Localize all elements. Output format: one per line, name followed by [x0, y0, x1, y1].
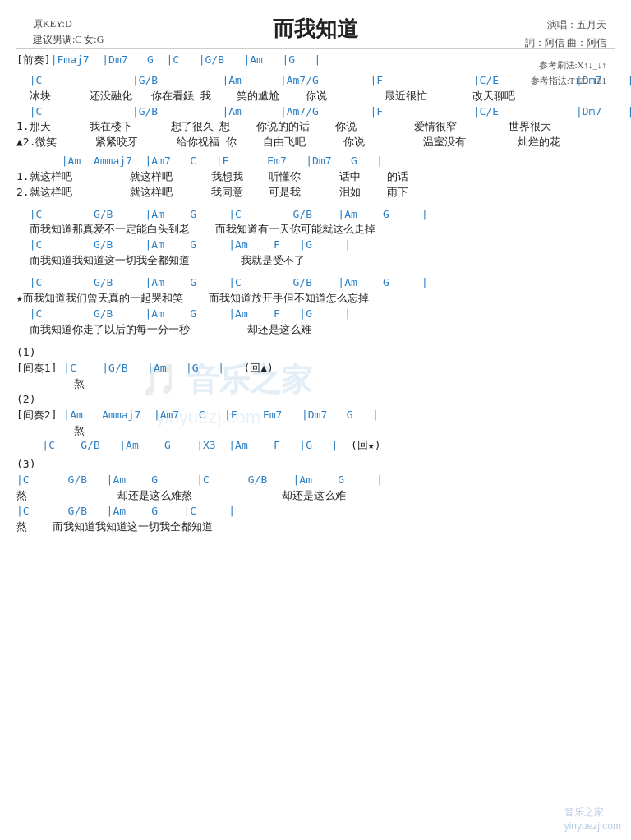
interlude1-num: (1): [16, 345, 615, 361]
footer-logo: 音乐之家 yinyuezj.com: [564, 805, 621, 832]
section3-lyric1: 熬 却还是这么难熬 却还是这么难: [16, 488, 615, 504]
header-area: 原KEY:D 建议男调:C 女:G 而我知道 演唱：五月天 詞：阿信 曲：阿信 …: [16, 15, 615, 44]
verse1-chord2: |C |G/B |Am |Am7/G |F |C/E |Dm7 |G |: [16, 104, 615, 120]
interlude2-num: (2): [16, 392, 615, 408]
interlude2-section: (2) [间奏2] |Am Ammaj7 |Am7 C |F Em7 |Dm7 …: [16, 392, 615, 454]
suggestion: 建议男调:C 女:G: [33, 32, 104, 48]
chorus2-lyric1: ★而我知道我们曾天真的一起哭和笑 而我知道放开手但不知道怎么忘掉: [16, 291, 615, 307]
section3-lyric2: 熬 而我知道我知道这一切我全都知道: [16, 519, 615, 535]
section3-chord1: |C G/B |Am G |C G/B |Am G |: [16, 473, 615, 488]
verse2-lyric1b: 2.就这样吧 就这样吧 我同意 可是我 泪如 雨下: [16, 185, 615, 201]
verse1-chord1: |C |G/B |Am |Am7/G |F |C/E |Dm7 |G |: [16, 73, 615, 89]
interlude2-chord2: |C G/B |Am G |X3 |Am F |G | (回★): [16, 438, 615, 454]
artist-info: 演唱：五月天 詞：阿信 曲：阿信: [525, 16, 606, 52]
verse1-lyric2a: 1.那天 我在楼下 想了很久 想 你说的的话 你说 爱情很窄 世界很大: [16, 119, 615, 135]
chorus2-chord2: |C G/B |Am G |Am F |G |: [16, 307, 615, 322]
interlude2-lyric: 熬: [16, 423, 615, 439]
lyricist: 詞：阿信 曲：阿信: [525, 35, 606, 53]
chorus1-lyric2: 而我知道我知道这一切我全都知道 我就是受不了: [16, 253, 615, 269]
page: 原KEY:D 建议男调:C 女:G 而我知道 演唱：五月天 詞：阿信 曲：阿信 …: [0, 0, 631, 840]
verse1-lyric1: 冰块 还没融化 你在看銩 我 笑的尴尬 你说 最近很忙 改天聊吧: [16, 89, 615, 104]
chorus1-section: |C G/B |Am G |C G/B |Am G | 而我知道那真爱不一定能白…: [16, 207, 615, 269]
chorus1-lyric1: 而我知道那真爱不一定能白头到老 而我知道有一天你可能就这么走掉: [16, 222, 615, 238]
verse1-lyric2b: ▲2.微笑 紧紧咬牙 给你祝福 你 自由飞吧 你说 温室没有 灿烂的花: [16, 135, 615, 150]
artist-label: 演唱：五月天: [525, 16, 606, 35]
prelude-label: [前奏]: [16, 53, 51, 66]
interlude1-lyric: 熬: [16, 376, 615, 392]
chorus1-chord2: |C G/B |Am G |Am F |G |: [16, 238, 615, 253]
verse2-chord1: |Am Ammaj7 |Am7 C |F Em7 |Dm7 G |: [16, 154, 615, 169]
section3: (3) |C G/B |Am G |C G/B |Am G | 熬 却还是这么难…: [16, 457, 615, 534]
section3-num: (3): [16, 457, 615, 473]
interlude2-line: [间奏2] |Am Ammaj7 |Am7 C |F Em7 |Dm7 G |: [16, 408, 615, 423]
brush-info: 参考刷法:X↑↓_↓↑ 参考指法:T123_121: [531, 58, 606, 88]
prelude-chords: |Fmaj7 |Dm7 G |C |G/B |Am |G |: [51, 53, 321, 66]
interlude1-line: [间奏1] |C |G/B |Am |G | (回▲): [16, 361, 615, 376]
footer-logo-text: 音乐之家: [564, 806, 604, 818]
interlude1-section: (1) [间奏1] |C |G/B |Am |G | (回▲) 熬: [16, 345, 615, 392]
section3-chord2: |C G/B |Am G |C |: [16, 504, 615, 519]
key-info: 原KEY:D 建议男调:C 女:G: [33, 16, 104, 48]
footer-logo-sub: yinyuezj.com: [564, 820, 621, 832]
chorus2-lyric2: 而我知道你走了以后的每一分一秒 却还是这么难: [16, 322, 615, 338]
finger-method: 参考指法:T123_121: [531, 73, 606, 89]
chorus2-section: |C G/B |Am G |C G/B |Am G | ★而我知道我们曾天真的一…: [16, 275, 615, 337]
verse2-lyric1a: 1.就这样吧 就这样吧 我想我 听懂你 话中 的话: [16, 169, 615, 185]
original-key: 原KEY:D: [33, 16, 104, 32]
verse2-section: |Am Ammaj7 |Am7 C |F Em7 |Dm7 G | 1.就这样吧…: [16, 154, 615, 201]
prelude-section: [前奏]|Fmaj7 |Dm7 G |C |G/B |Am |G |: [16, 53, 615, 68]
chorus1-chord1: |C G/B |Am G |C G/B |Am G |: [16, 207, 615, 223]
content-area: [前奏]|Fmaj7 |Dm7 G |C |G/B |Am |G | |C |G…: [16, 53, 615, 534]
chorus2-chord1: |C G/B |Am G |C G/B |Am G |: [16, 275, 615, 291]
brush-method: 参考刷法:X↑↓_↓↑: [531, 58, 606, 73]
verse1-section: |C |G/B |Am |Am7/G |F |C/E |Dm7 |G | 冰块 …: [16, 73, 615, 150]
